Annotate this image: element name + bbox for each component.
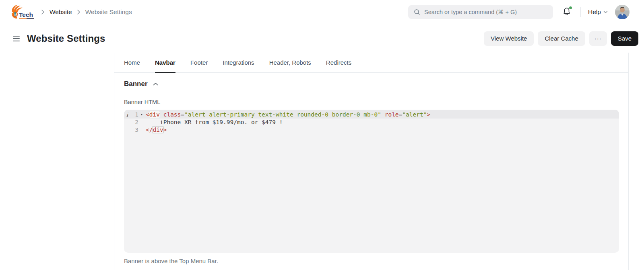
top-navbar: D Tech Website Website Settings bbox=[0, 0, 644, 24]
code-lines: i1▾<div class="alert alert-primary text-… bbox=[124, 110, 619, 134]
tab-redirects[interactable]: Redirects bbox=[326, 53, 351, 73]
banner-description: Banner is above the Top Menu Bar. bbox=[124, 258, 618, 264]
brand-wordmark: Tech bbox=[19, 11, 33, 18]
page-header: Website Settings View Website Clear Cach… bbox=[0, 24, 644, 53]
banner-html-label: Banner HTML bbox=[124, 99, 618, 105]
fold-arrow-icon[interactable]: ▾ bbox=[138, 111, 145, 119]
code-line: 2 iPhone XR from $19.99/mo. or $479 ! bbox=[124, 119, 619, 126]
banner-section-toggle[interactable]: Banner bbox=[124, 80, 618, 88]
page-title: Website Settings bbox=[27, 33, 105, 44]
form-panel: Home Navbar Footer Integrations Header, … bbox=[114, 53, 629, 270]
banner-section: Banner Banner HTML i1▾<div class="alert … bbox=[114, 73, 628, 264]
chevron-right-icon bbox=[77, 9, 80, 15]
breadcrumb: Website Website Settings bbox=[41, 8, 132, 16]
notification-dot bbox=[569, 6, 572, 9]
line-number: 2 bbox=[130, 119, 138, 126]
tab-home[interactable]: Home bbox=[124, 53, 140, 73]
chevron-down-icon bbox=[603, 10, 608, 14]
search-input[interactable] bbox=[424, 9, 547, 15]
form-tabs: Home Navbar Footer Integrations Header, … bbox=[114, 53, 628, 73]
help-label: Help bbox=[588, 8, 601, 16]
banner-html-code-editor[interactable]: i1▾<div class="alert alert-primary text-… bbox=[124, 110, 619, 253]
tab-integrations[interactable]: Integrations bbox=[223, 53, 254, 73]
tab-navbar[interactable]: Navbar bbox=[155, 53, 175, 73]
global-search[interactable] bbox=[408, 5, 553, 19]
help-menu[interactable]: Help bbox=[588, 8, 608, 16]
view-website-button[interactable]: View Website bbox=[484, 31, 534, 46]
divider bbox=[580, 7, 581, 17]
brand-logo[interactable]: D Tech bbox=[10, 4, 35, 20]
code-text: <div class="alert alert-primary text-whi… bbox=[146, 111, 619, 119]
banner-section-title: Banner bbox=[124, 80, 148, 88]
save-button[interactable]: Save bbox=[611, 31, 638, 46]
search-icon bbox=[414, 9, 420, 15]
line-number: 3 bbox=[130, 126, 138, 134]
more-options-button[interactable]: ··· bbox=[589, 31, 607, 46]
avatar[interactable] bbox=[615, 5, 630, 19]
brand-logo-icon: D Tech bbox=[10, 4, 35, 20]
chevron-up-icon bbox=[153, 82, 158, 86]
tab-header-robots[interactable]: Header, Robots bbox=[269, 53, 311, 73]
notifications-button[interactable] bbox=[560, 5, 573, 19]
code-text: </div> bbox=[146, 126, 619, 134]
chevron-right-icon bbox=[41, 9, 45, 15]
info-annotation-icon: i bbox=[124, 111, 130, 119]
clear-cache-button[interactable]: Clear Cache bbox=[538, 31, 585, 46]
breadcrumb-website-settings[interactable]: Website Settings bbox=[85, 8, 132, 16]
code-line: 3</div> bbox=[124, 126, 619, 134]
code-text: iPhone XR from $19.99/mo. or $479 ! bbox=[146, 119, 619, 126]
tab-footer[interactable]: Footer bbox=[190, 53, 208, 73]
breadcrumb-website[interactable]: Website bbox=[50, 8, 72, 16]
line-number: 1 bbox=[130, 111, 138, 119]
sidebar-toggle-icon[interactable] bbox=[12, 34, 21, 43]
code-line: i1▾<div class="alert alert-primary text-… bbox=[124, 110, 619, 119]
